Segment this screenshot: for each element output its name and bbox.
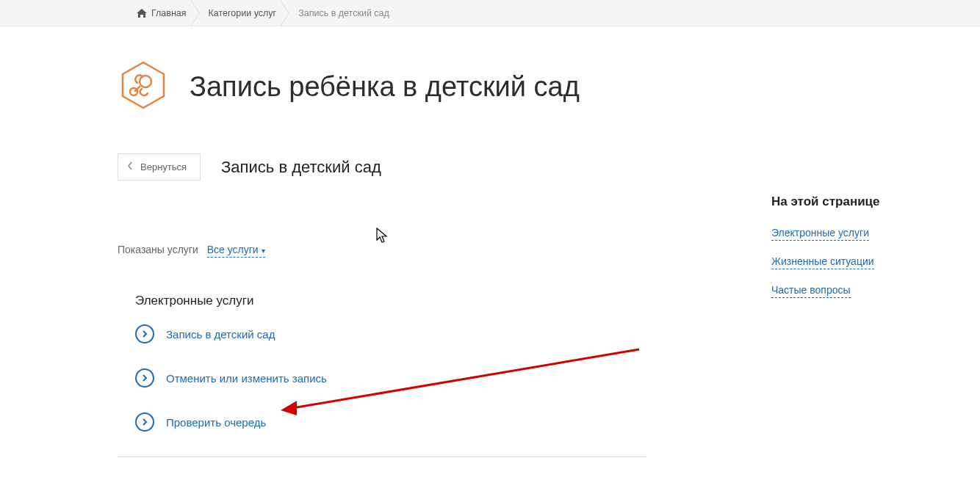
service-item-cancel[interactable]: Отменить или изменить запись xyxy=(135,368,646,388)
sub-title: Запись в детский сад xyxy=(221,153,381,177)
filter-label: Показаны услуги xyxy=(118,244,198,255)
back-button[interactable]: Вернуться xyxy=(118,153,201,181)
breadcrumb-current-label: Запись в детский сад xyxy=(298,0,389,26)
sidebar-title: На этой странице xyxy=(771,194,880,209)
service-list: Запись в детский сад Отменить или измени… xyxy=(118,324,646,432)
service-link-label: Проверить очередь xyxy=(166,416,266,429)
service-item-check-queue[interactable]: Проверить очередь xyxy=(135,412,646,432)
filter-dropdown[interactable]: Все услуги▾ xyxy=(207,244,265,258)
arrow-right-circle-icon xyxy=(135,324,154,343)
section-title: Электронные услуги xyxy=(118,294,646,308)
service-link-label: Запись в детский сад xyxy=(166,328,275,341)
svg-point-2 xyxy=(130,88,137,95)
page-title: Запись ребёнка в детский сад xyxy=(190,71,580,103)
svg-marker-0 xyxy=(123,62,164,108)
breadcrumb: Главная Категории услуг Запись в детский… xyxy=(0,0,980,26)
content-main: Вернуться Запись в детский сад Показаны … xyxy=(118,136,646,457)
divider xyxy=(118,457,646,457)
home-icon xyxy=(137,9,147,18)
filter-row: Показаны услуги Все услуги▾ xyxy=(118,244,646,255)
arrow-right-circle-icon xyxy=(135,368,154,388)
service-link-label: Отменить или изменить запись xyxy=(166,372,327,385)
service-item-enroll[interactable]: Запись в детский сад xyxy=(135,324,646,343)
svg-point-1 xyxy=(140,76,151,87)
sidebar: На этой странице Электронные услуги Жизн… xyxy=(771,136,880,457)
arrow-right-circle-icon xyxy=(135,412,154,432)
breadcrumb-categories-label: Категории услуг xyxy=(209,0,277,26)
filter-dropdown-label: Все услуги xyxy=(207,244,259,255)
breadcrumb-home[interactable]: Главная xyxy=(132,0,194,26)
page-header: Запись ребёнка в детский сад xyxy=(0,26,980,136)
pacifier-icon xyxy=(118,59,169,114)
sidebar-link-faq[interactable]: Частые вопросы xyxy=(771,284,851,298)
content-wrap: Вернуться Запись в детский сад Показаны … xyxy=(0,136,980,457)
breadcrumb-home-label: Главная xyxy=(151,0,187,26)
chevron-down-icon: ▾ xyxy=(262,247,265,255)
sub-header-row: Вернуться Запись в детский сад xyxy=(118,153,646,181)
breadcrumb-current: Запись в детский сад xyxy=(294,0,397,26)
sidebar-link-situations[interactable]: Жизненные ситуации xyxy=(771,255,874,269)
sidebar-link-eservices[interactable]: Электронные услуги xyxy=(771,227,869,241)
chevron-left-icon xyxy=(127,161,133,172)
breadcrumb-categories[interactable]: Категории услуг xyxy=(204,0,284,26)
back-button-label: Вернуться xyxy=(140,161,187,172)
